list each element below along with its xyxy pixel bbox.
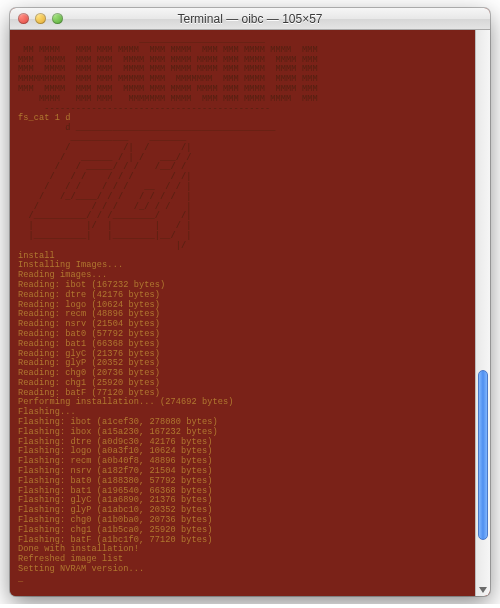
scrollbar[interactable] xyxy=(475,30,490,596)
close-icon[interactable] xyxy=(18,13,29,24)
zoom-icon[interactable] xyxy=(52,13,63,24)
titlebar[interactable]: Terminal — oibc — 105×57 xyxy=(10,8,490,30)
traffic-lights xyxy=(10,13,63,24)
minimize-icon[interactable] xyxy=(35,13,46,24)
terminal-output: ________________________ MM MMMM MMM MMM… xyxy=(18,36,469,585)
scroll-down-arrow-icon[interactable] xyxy=(479,587,487,593)
terminal-body: ________________________ MM MMMM MMM MMM… xyxy=(10,30,490,596)
terminal-content[interactable]: ________________________ MM MMMM MMM MMM… xyxy=(10,30,475,596)
scroll-thumb[interactable] xyxy=(478,370,488,540)
window-title: Terminal — oibc — 105×57 xyxy=(10,12,490,26)
terminal-window: Terminal — oibc — 105×57 _______________… xyxy=(10,8,490,596)
